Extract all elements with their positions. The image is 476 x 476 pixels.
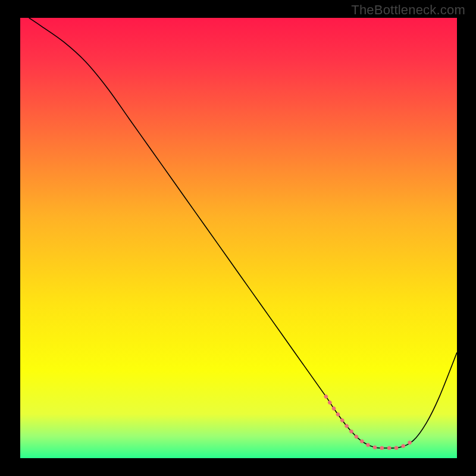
watermark-text: TheBottleneck.com <box>351 2 465 18</box>
gradient-background <box>20 18 457 458</box>
chart-stage: TheBottleneck.com <box>0 0 476 476</box>
plot-svg <box>20 18 457 458</box>
plot-area <box>20 18 457 458</box>
